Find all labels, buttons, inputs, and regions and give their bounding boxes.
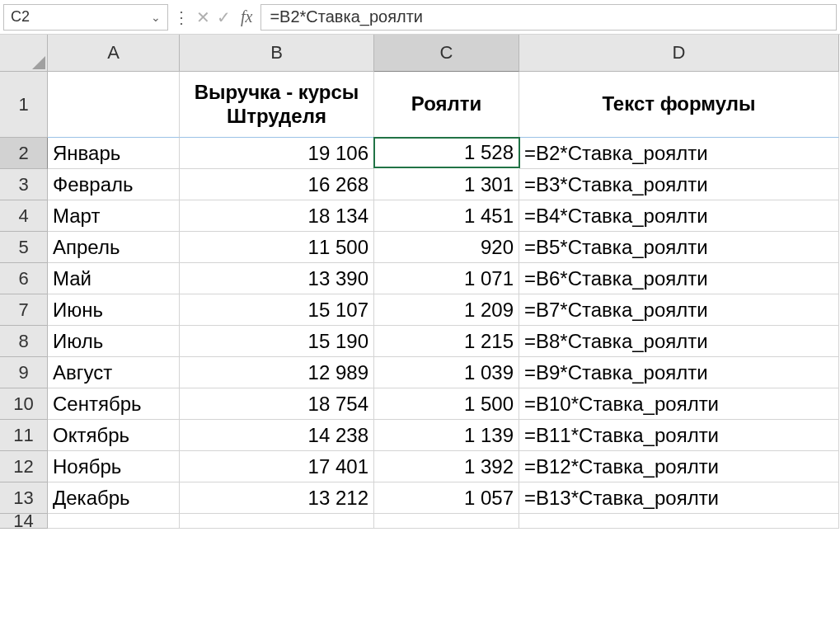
cell-c11[interactable]: 1 139 [374,420,519,451]
cell-d2[interactable]: =B2*Ставка_роялти [519,138,839,169]
cell-c4[interactable]: 1 451 [374,200,519,232]
cell-c13[interactable]: 1 057 [374,482,519,514]
row-header-12[interactable]: 12 [0,451,48,482]
cell-d12[interactable]: =B12*Ставка_роялти [519,451,839,482]
cell-a2[interactable]: Январь [48,138,180,169]
row-header-5[interactable]: 5 [0,232,48,263]
cell-b6[interactable]: 13 390 [180,263,374,294]
cell-a13[interactable]: Декабрь [48,482,180,514]
row-header-9[interactable]: 9 [0,357,48,388]
fx-icon[interactable]: fx [236,7,257,26]
cell-b4[interactable]: 18 134 [180,200,374,232]
header-b-line1: Выручка - курсы [195,81,359,105]
row-header-7[interactable]: 7 [0,294,48,326]
cancel-icon[interactable]: ✕ [196,7,210,27]
cell-a12[interactable]: Ноябрь [48,451,180,482]
cell-b12[interactable]: 17 401 [180,451,374,482]
cell-b11[interactable]: 14 238 [180,420,374,451]
chevron-down-icon[interactable]: ⌄ [151,11,161,24]
cell-d1[interactable]: Текст формулы [519,72,839,138]
cell-d14[interactable] [519,514,839,529]
cell-a7[interactable]: Июнь [48,294,180,326]
cell-d9[interactable]: =B9*Ставка_роялти [519,357,839,388]
row-header-2[interactable]: 2 [0,138,48,169]
row-header-4[interactable]: 4 [0,200,48,232]
cell-d13[interactable]: =B13*Ставка_роялти [519,482,839,514]
cell-a10[interactable]: Сентябрь [48,388,180,420]
row-header-3[interactable]: 3 [0,169,48,200]
col-header-a[interactable]: A [48,35,180,72]
name-box[interactable]: C2 ⌄ [3,4,168,31]
cell-c3[interactable]: 1 301 [374,169,519,200]
cell-a6[interactable]: Май [48,263,180,294]
cell-d7[interactable]: =B7*Ставка_роялти [519,294,839,326]
spreadsheet-grid[interactable]: A B C D 1 Выручка - курсы Штруделя Роялт… [0,35,840,529]
cell-a5[interactable]: Апрель [48,232,180,263]
cell-a11[interactable]: Октябрь [48,420,180,451]
cell-b14[interactable] [180,514,374,529]
cell-b7[interactable]: 15 107 [180,294,374,326]
formula-icons: ⋮ ✕ ✓ [168,7,236,27]
cell-d6[interactable]: =B6*Ставка_роялти [519,263,839,294]
cell-c6[interactable]: 1 071 [374,263,519,294]
options-icon[interactable]: ⋮ [173,7,190,27]
name-box-value: C2 [11,8,30,26]
formula-text: =B2*Ставка_роялти [270,7,423,26]
cell-c2[interactable]: 1 528 [373,137,520,168]
cell-a14[interactable] [48,514,180,529]
row-header-13[interactable]: 13 [0,482,48,514]
cell-c9[interactable]: 1 039 [374,357,519,388]
col-header-c[interactable]: C [374,35,519,72]
cell-a1[interactable] [48,72,180,138]
row-header-11[interactable]: 11 [0,420,48,451]
cell-c8[interactable]: 1 215 [374,326,519,357]
cell-d4[interactable]: =B4*Ставка_роялти [519,200,839,232]
cell-b2[interactable]: 19 106 [180,138,374,169]
row-header-10[interactable]: 10 [0,388,48,420]
cell-d11[interactable]: =B11*Ставка_роялти [519,420,839,451]
col-header-d[interactable]: D [519,35,839,72]
row-header-8[interactable]: 8 [0,326,48,357]
cell-a9[interactable]: Август [48,357,180,388]
cell-c12[interactable]: 1 392 [374,451,519,482]
cell-c1[interactable]: Роялти [374,72,519,138]
col-header-b[interactable]: B [180,35,374,72]
cell-c7[interactable]: 1 209 [374,294,519,326]
cell-b8[interactable]: 15 190 [180,326,374,357]
cell-c10[interactable]: 1 500 [374,388,519,420]
select-all-corner[interactable] [0,35,48,72]
row-header-1[interactable]: 1 [0,72,48,138]
formula-bar: C2 ⌄ ⋮ ✕ ✓ fx =B2*Ставка_роялти [0,0,840,35]
cell-b1[interactable]: Выручка - курсы Штруделя [180,72,374,138]
cell-b9[interactable]: 12 989 [180,357,374,388]
cell-b3[interactable]: 16 268 [180,169,374,200]
cell-b10[interactable]: 18 754 [180,388,374,420]
header-b-line2: Штруделя [227,105,326,129]
formula-input[interactable]: =B2*Ставка_роялти [260,4,837,31]
cell-d3[interactable]: =B3*Ставка_роялти [519,169,839,200]
cell-a8[interactable]: Июль [48,326,180,357]
cell-c14[interactable] [374,514,519,529]
cell-a4[interactable]: Март [48,200,180,232]
cell-b5[interactable]: 11 500 [180,232,374,263]
row-header-14[interactable]: 14 [0,514,48,529]
row-header-6[interactable]: 6 [0,263,48,294]
corner-triangle-icon [32,56,45,69]
cell-a3[interactable]: Февраль [48,169,180,200]
cell-d8[interactable]: =B8*Ставка_роялти [519,326,839,357]
cell-c5[interactable]: 920 [374,232,519,263]
cell-d5[interactable]: =B5*Ставка_роялти [519,232,839,263]
cell-b13[interactable]: 13 212 [180,482,374,514]
confirm-icon[interactable]: ✓ [217,7,231,27]
cell-d10[interactable]: =B10*Ставка_роялти [519,388,839,420]
